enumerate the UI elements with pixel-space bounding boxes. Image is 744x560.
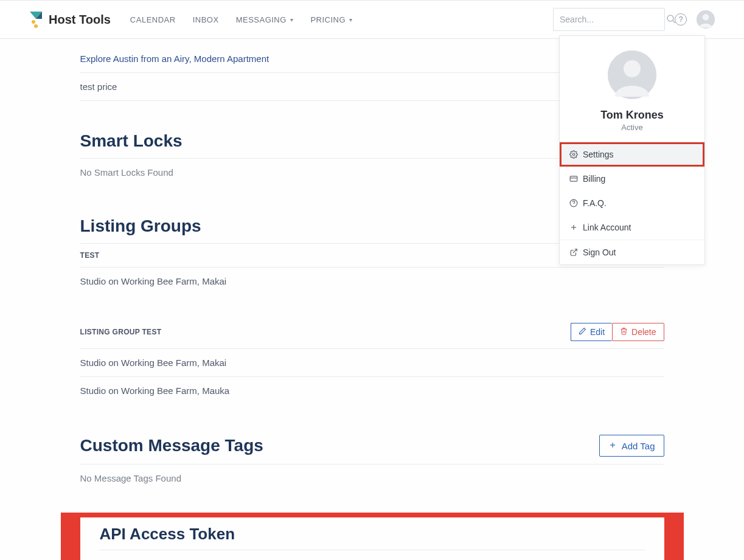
brand-name: Host Tools <box>49 13 111 27</box>
empty-text: No Smart Locks Found <box>80 167 173 178</box>
svg-point-9 <box>624 60 641 77</box>
gear-icon <box>569 150 578 159</box>
nav-messaging[interactable]: MESSAGING ▾ <box>236 15 294 24</box>
edit-label: Edit <box>590 327 605 337</box>
page: Tom Krones Active Settings Billing F.A.Q… <box>0 39 744 560</box>
group-label: TEST <box>80 251 100 260</box>
svg-point-10 <box>572 153 575 156</box>
plus-icon <box>608 441 617 451</box>
external-link-icon <box>569 248 578 257</box>
svg-point-3 <box>34 24 38 28</box>
listing-link[interactable]: test price <box>80 81 117 92</box>
brand[interactable]: Host Tools <box>29 11 111 28</box>
svg-point-4 <box>667 15 673 21</box>
topbar-right: ? <box>553 8 715 31</box>
group-item[interactable]: Studio on Working Bee Farm, Mauka <box>80 385 230 396</box>
group-label: LISTING GROUP TEST <box>80 328 162 336</box>
message-tags-header: Custom Message Tags Add Tag <box>80 435 664 465</box>
api-token-section: API Access Token 80986abb-7ead-4e24-8313… <box>80 513 664 560</box>
listing-link[interactable]: Explore Austin from an Airy, Modern Apar… <box>80 54 269 64</box>
empty-text: No Message Tags Found <box>80 473 182 483</box>
svg-point-2 <box>32 20 35 24</box>
group-item[interactable]: Studio on Working Bee Farm, Makai <box>80 276 227 286</box>
group-item-row[interactable]: Studio on Working Bee Farm, Mauka <box>80 377 664 404</box>
add-tag-button[interactable]: Add Tag <box>599 435 664 457</box>
svg-line-17 <box>573 249 577 253</box>
group-item[interactable]: Studio on Working Bee Farm, Makai <box>80 358 227 368</box>
user-menu-faq[interactable]: F.A.Q. <box>560 191 704 215</box>
edit-button[interactable]: Edit <box>571 323 612 341</box>
message-tags-empty: No Message Tags Found <box>80 465 664 492</box>
add-tag-label: Add Tag <box>622 441 655 451</box>
api-token-heading: API Access Token <box>100 525 645 550</box>
nav-pricing-label: PRICING <box>310 15 346 24</box>
help-icon[interactable]: ? <box>675 13 687 26</box>
chevron-down-icon: ▾ <box>290 16 294 23</box>
user-menu-header: Tom Krones Active <box>560 36 704 142</box>
search-box[interactable] <box>553 8 665 31</box>
message-tags-heading: Custom Message Tags <box>80 436 263 455</box>
user-menu-settings-label: Settings <box>583 150 614 159</box>
user-menu-link-account-label: Link Account <box>583 223 631 232</box>
pencil-icon <box>579 327 586 337</box>
user-menu-faq-label: F.A.Q. <box>583 198 607 208</box>
nav-inbox[interactable]: INBOX <box>193 15 219 24</box>
highlight-border <box>61 513 684 517</box>
search-input[interactable] <box>560 15 666 24</box>
group-item-row[interactable]: Studio on Working Bee Farm, Makai <box>80 349 664 377</box>
user-menu-avatar <box>608 50 656 99</box>
user-menu-billing[interactable]: Billing <box>560 167 704 191</box>
top-nav: CALENDAR INBOX MESSAGING ▾ PRICING ▾ <box>130 15 353 24</box>
group-item-row[interactable]: Studio on Working Bee Farm, Makai <box>80 268 664 295</box>
nav-messaging-label: MESSAGING <box>236 15 287 24</box>
user-menu-dropdown: Tom Krones Active Settings Billing F.A.Q… <box>559 35 705 265</box>
nav-pricing[interactable]: PRICING ▾ <box>310 15 352 24</box>
user-menu-sign-out[interactable]: Sign Out <box>560 240 704 264</box>
brand-logo-icon <box>29 11 43 28</box>
svg-point-7 <box>703 14 709 21</box>
chevron-down-icon: ▾ <box>349 16 353 23</box>
plus-icon <box>569 223 578 232</box>
nav-calendar[interactable]: CALENDAR <box>130 15 176 24</box>
group-actions: Edit Delete <box>571 323 664 341</box>
user-avatar[interactable] <box>697 10 715 29</box>
delete-label: Delete <box>631 327 656 337</box>
user-menu-status: Active <box>569 123 695 132</box>
topbar: Host Tools CALENDAR INBOX MESSAGING ▾ PR… <box>0 0 744 39</box>
trash-icon <box>620 327 628 337</box>
user-menu-billing-label: Billing <box>583 174 605 184</box>
user-menu-name: Tom Krones <box>569 109 695 122</box>
delete-button[interactable]: Delete <box>612 323 664 341</box>
user-menu-link-account[interactable]: Link Account <box>560 215 704 240</box>
question-circle-icon <box>569 199 578 207</box>
svg-rect-11 <box>570 176 577 181</box>
user-menu-settings[interactable]: Settings <box>560 142 704 167</box>
user-menu-sign-out-label: Sign Out <box>583 247 616 257</box>
credit-card-icon <box>569 175 578 183</box>
